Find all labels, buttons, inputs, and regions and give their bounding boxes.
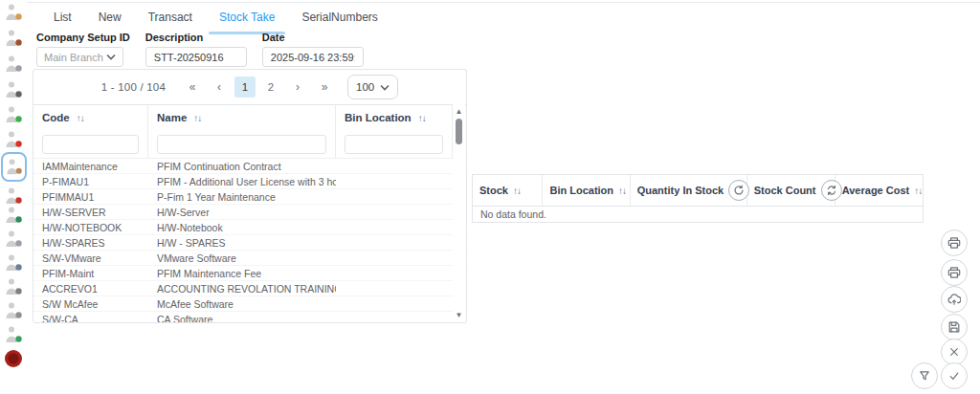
table-row[interactable]: S/W McAfeeMcAfee Software [33, 296, 466, 312]
column-label: Bin Location [345, 112, 412, 123]
tab-stock-take[interactable]: Stock Take [206, 3, 288, 32]
page-size-select[interactable]: 100 [347, 75, 398, 99]
table-row[interactable]: ACCREVO1ACCOUNTING REVOLATION TRAINING [33, 281, 466, 296]
sort-icon[interactable]: ↑↓ [418, 113, 426, 123]
gauge-icon[interactable] [3, 324, 24, 345]
column-header-bin-location[interactable]: Bin Location ↑↓ [336, 105, 453, 130]
tab-list[interactable]: List [40, 3, 85, 32]
column-header-average-cost[interactable]: Average Cost ↑↓ [835, 175, 923, 206]
column-header-stock[interactable]: Stock ↑↓ [473, 175, 543, 206]
cell-code: S/W-CA [33, 314, 148, 324]
cell-name: H/W - SPARES [148, 237, 336, 249]
cell-name: VMware Software [148, 252, 336, 264]
description-field[interactable] [145, 47, 247, 67]
sort-icon[interactable]: ↑↓ [193, 113, 201, 123]
table-row[interactable]: PFIMMAU1P-Fim 1 Year Maintenance [33, 189, 466, 205]
search-person-icon[interactable] [3, 229, 24, 250]
documents-clock-icon[interactable] [3, 276, 24, 297]
clock-icon[interactable] [3, 300, 24, 321]
filter-button[interactable] [911, 362, 938, 389]
chevron-down-icon [106, 54, 116, 60]
page-2-button[interactable]: 2 [259, 77, 282, 98]
checkmark-icon [947, 369, 961, 383]
red-badge-icon[interactable] [3, 348, 24, 369]
cell-name: H/W-Notebook [148, 222, 336, 233]
cell-code: H/W-SERVER [33, 207, 148, 218]
date-label: Date [262, 32, 364, 43]
sort-icon[interactable]: ↑↓ [513, 186, 521, 196]
table-row[interactable]: PFIM-MaintPFIM Maintenance Fee [33, 266, 466, 281]
first-page-button[interactable]: « [181, 77, 204, 98]
table-row[interactable]: P-FIMAU1PFIM - Additional User License w… [33, 174, 466, 189]
globe-icon[interactable] [3, 205, 24, 226]
job-icon[interactable] [3, 104, 24, 125]
confirm-button[interactable] [941, 362, 968, 389]
cell-name: PFIM - Additional User License with 3 ho… [148, 176, 336, 187]
column-label: Bin Location [549, 185, 613, 196]
save-button[interactable] [941, 314, 968, 340]
scrollbar-thumb[interactable] [456, 119, 462, 144]
cell-name: H/W-Server [148, 207, 336, 218]
pagination-bar: 1 - 100 / 104 « ‹ 1 2 › » 100 [33, 70, 466, 104]
tab-transact[interactable]: Transact [135, 3, 206, 32]
cell-code: H/W-NOTEBOOK [33, 222, 148, 233]
containers-icon[interactable] [3, 186, 24, 207]
chevron-down-icon [380, 84, 390, 91]
table-row[interactable]: H/W-NOTEBOOKH/W-Notebook [33, 220, 466, 235]
cell-code: PFIMMAU1 [33, 191, 148, 203]
worker-icon[interactable] [3, 129, 24, 150]
sort-icon[interactable]: ↑↓ [618, 186, 626, 196]
column-header-bin-location[interactable]: Bin Location ↑↓ [543, 175, 630, 206]
column-label: Name [157, 112, 187, 123]
scroll-up-arrow[interactable]: ▲ [453, 107, 465, 117]
cloud-upload-button[interactable] [941, 286, 968, 313]
description-label: Description [145, 32, 247, 43]
next-page-button[interactable]: › [286, 77, 309, 98]
company-setup-value: Main Branch [44, 52, 103, 63]
company-setup-select[interactable]: Main Branch [36, 47, 123, 67]
cell-code: S/W McAfee [33, 298, 148, 310]
prev-page-button[interactable]: ‹ [208, 77, 231, 98]
module-icon-rail [0, 0, 27, 394]
cell-code: PFIM-Maint [33, 268, 148, 279]
scroll-down-arrow[interactable]: ▼ [453, 311, 465, 320]
last-page-button[interactable]: » [313, 77, 336, 98]
sort-icon[interactable]: ↑↓ [914, 186, 922, 196]
vertical-scrollbar[interactable]: ▲ ▼ [453, 104, 465, 323]
tab-new[interactable]: New [85, 3, 135, 32]
table-row[interactable]: S/W-CACA Software [33, 312, 466, 323]
column-label: Quantity In Stock [637, 185, 724, 196]
stock-take-icon[interactable] [1, 152, 27, 182]
page-1-button[interactable]: 1 [234, 77, 256, 98]
table-row[interactable]: H/W-SERVERH/W-Server [33, 205, 466, 220]
column-label: Code [42, 112, 70, 123]
bin-location-filter-input[interactable] [345, 135, 443, 154]
table-row[interactable]: S/W-VMwareVMware Software [33, 251, 466, 266]
cell-name: McAfee Software [148, 298, 336, 310]
close-button[interactable] [941, 339, 968, 365]
animal-icon[interactable] [3, 28, 24, 49]
column-header-name[interactable]: Name ↑↓ [148, 105, 336, 130]
print-button[interactable] [941, 230, 968, 256]
cart-icon[interactable] [3, 2, 24, 23]
pagination-range: 1 - 100 / 104 [101, 81, 166, 93]
sort-icon[interactable]: ↑↓ [77, 113, 84, 123]
tab-serialnumbers[interactable]: SerialNumbers [288, 3, 390, 32]
stock-table-header: Stock ↑↓ Bin Location ↑↓ Quantity In Sto… [473, 175, 923, 206]
code-filter-input[interactable] [42, 135, 139, 154]
filter-funnel-icon [918, 369, 931, 383]
disc-icon[interactable] [3, 252, 24, 274]
date-field[interactable] [262, 47, 364, 67]
name-filter-input[interactable] [157, 135, 326, 154]
column-label: Stock Count [754, 185, 816, 196]
team-icon[interactable] [3, 54, 24, 75]
laptop-icon[interactable] [3, 79, 24, 100]
stock-detail-table: Stock ↑↓ Bin Location ↑↓ Quantity In Sto… [472, 174, 924, 223]
date-field-group: Date [262, 32, 364, 67]
print-secondary-button[interactable] [941, 259, 968, 286]
table-row[interactable]: H/W-SPARESH/W - SPARES [33, 235, 466, 251]
table-row[interactable]: IAMMaintenancePFIM Continuation Contract [33, 159, 466, 174]
column-header-code[interactable]: Code ↑↓ [33, 105, 148, 130]
items-table: Code ↑↓ Name ↑↓ Bin Location ↑↓ IAMMaint… [33, 104, 466, 323]
cell-name: PFIM Continuation Contract [148, 161, 336, 172]
